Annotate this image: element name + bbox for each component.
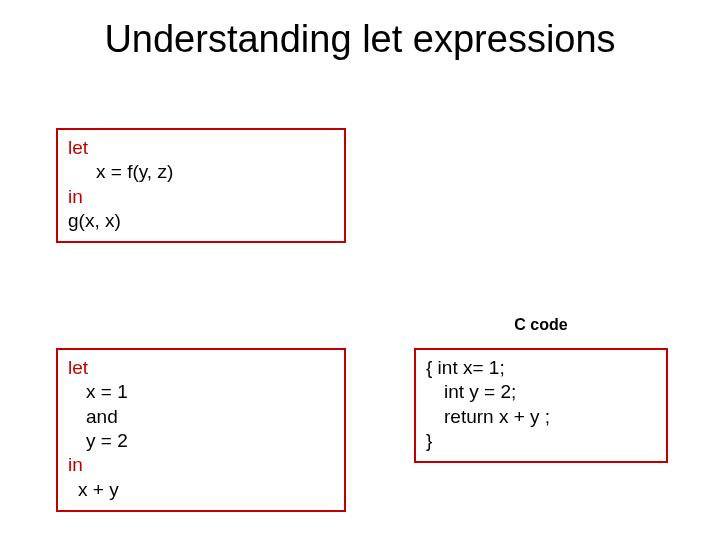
keyword-let: let: [68, 356, 334, 380]
code-line: x = f(y, z): [68, 160, 334, 184]
code-box-let-xy: let x = 1 and y = 2 in x + y: [56, 348, 346, 512]
keyword-in: in: [68, 185, 334, 209]
code-box-c: { int x= 1; int y = 2; return x + y ; }: [414, 348, 668, 463]
code-line: x + y: [68, 478, 334, 502]
code-line: { int x= 1;: [426, 356, 656, 380]
code-line: int y = 2;: [426, 380, 656, 404]
code-line: g(x, x): [68, 209, 334, 233]
code-line: y = 2: [68, 429, 334, 453]
code-line: and: [68, 405, 334, 429]
code-box-let-fyz: let x = f(y, z) in g(x, x): [56, 128, 346, 243]
code-line: x = 1: [68, 380, 334, 404]
keyword-let: let: [68, 136, 334, 160]
keyword-in: in: [68, 453, 334, 477]
code-line: }: [426, 429, 656, 453]
slide-title: Understanding let expressions: [0, 18, 720, 61]
code-line: return x + y ;: [426, 405, 656, 429]
c-code-label: C code: [414, 316, 668, 334]
